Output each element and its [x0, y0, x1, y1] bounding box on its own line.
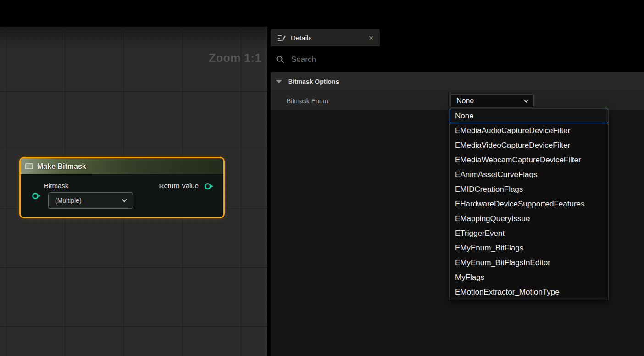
- dropdown-option[interactable]: EMediaWebcamCaptureDeviceFilter: [450, 153, 608, 167]
- search-input[interactable]: [291, 55, 644, 64]
- dropdown-option[interactable]: EMyEnum_BitFlags: [450, 241, 608, 256]
- dropdown-option[interactable]: MyFlags: [450, 270, 608, 285]
- tab-details[interactable]: Details ✕: [271, 29, 380, 46]
- property-label: Bitmask Enum: [271, 97, 328, 105]
- section-bitmask-options[interactable]: Bitmask Options: [271, 72, 644, 91]
- details-icon: [277, 34, 286, 42]
- selected-value: None: [456, 97, 474, 105]
- dropdown-option[interactable]: EMappingQueryIssue: [450, 211, 608, 226]
- return-value-label: Return Value: [159, 182, 199, 189]
- section-label: Bitmask Options: [288, 78, 339, 85]
- dropdown-option[interactable]: EMediaVideoCaptureDeviceFilter: [450, 138, 608, 153]
- dropdown-option[interactable]: EMediaAudioCaptureDeviceFilter: [450, 123, 608, 138]
- make-bitmask-node[interactable]: Make Bitmask Bitmask (Multiple) Return V…: [19, 157, 225, 218]
- return-value-output-pin[interactable]: [205, 183, 211, 189]
- details-panel: Details ✕ Bitmask Options Bitmask Enum N…: [267, 0, 644, 356]
- bitmask-input-pin[interactable]: [32, 193, 39, 199]
- search-icon: [275, 55, 285, 65]
- bitmask-value-text: (Multiple): [55, 197, 82, 204]
- search-bar: [275, 50, 644, 70]
- column-divider[interactable]: [448, 91, 449, 110]
- bitmask-pin-label: Bitmask: [44, 182, 68, 189]
- bitmask-value-dropdown[interactable]: (Multiple): [48, 192, 133, 209]
- node-header[interactable]: Make Bitmask: [21, 158, 223, 175]
- dropdown-option[interactable]: EMyEnum_BitFlagsInEditor: [450, 256, 608, 270]
- enum-dropdown-menu: None EMediaAudioCaptureDeviceFilter EMed…: [449, 108, 609, 300]
- dropdown-option[interactable]: ETriggerEvent: [450, 226, 608, 241]
- tab-label: Details: [291, 34, 312, 42]
- dropdown-option[interactable]: None: [450, 109, 608, 123]
- unreal-editor-window: Zoom 1:1 Make Bitmask Bitmask (Multiple)…: [0, 0, 644, 356]
- bitmask-enum-dropdown[interactable]: None: [450, 94, 534, 108]
- blueprint-graph-canvas[interactable]: Zoom 1:1 Make Bitmask Bitmask (Multiple)…: [0, 27, 267, 356]
- chevron-down-icon: [122, 197, 127, 202]
- zoom-indicator: Zoom 1:1: [209, 51, 261, 65]
- make-struct-icon: [25, 163, 33, 169]
- dropdown-option[interactable]: EHardwareDeviceSupportedFeatures: [450, 197, 608, 211]
- close-icon[interactable]: ✕: [368, 34, 374, 42]
- dropdown-option[interactable]: EMotionExtractor_MotionType: [450, 285, 608, 300]
- dropdown-option[interactable]: EAnimAssetCurveFlags: [450, 167, 608, 182]
- collapse-arrow-icon: [276, 80, 282, 83]
- node-title: Make Bitmask: [37, 162, 86, 171]
- dropdown-option[interactable]: EMIDCreationFlags: [450, 182, 608, 197]
- chevron-down-icon: [523, 97, 528, 102]
